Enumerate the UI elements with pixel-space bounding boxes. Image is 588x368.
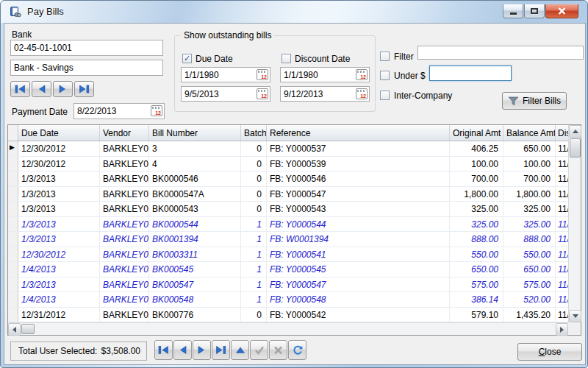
calendar-icon[interactable] (356, 69, 368, 80)
discount-date-checkbox-label[interactable]: Discount Date (295, 54, 350, 64)
calendar-icon[interactable] (356, 88, 368, 99)
grid-row[interactable]: 1/4/2013BARKLEY001BK0005481FB: Y00005483… (8, 292, 581, 308)
row-pointer (8, 202, 18, 216)
previous-bill-button[interactable] (173, 340, 192, 360)
grid-row[interactable]: ▶12/30/2012BARKLEY00130FB: Y0000537406.2… (8, 141, 581, 157)
under-amount-checkbox-label[interactable]: Under $ (394, 71, 426, 81)
grid-row[interactable]: 1/3/2013BARKLEY001BK00013941FB: W0001394… (8, 232, 581, 247)
cell-batch: 1 (241, 277, 267, 292)
grid-row[interactable]: 1/3/2013BARKLEY001BK0000547A0FB: Y000054… (8, 187, 581, 202)
grid-row[interactable]: 1/3/2013BARKLEY001BK00005430FB: Y0000543… (8, 202, 581, 217)
col-discount-date[interactable]: Dis (556, 125, 568, 141)
calendar-icon[interactable] (257, 88, 268, 99)
scroll-right-button[interactable] (556, 323, 568, 336)
filter-input[interactable] (417, 46, 584, 60)
grid-row[interactable]: 1/3/2013BARKLEY001BK00005441FB: Y0000544… (8, 217, 581, 233)
first-record-button[interactable] (10, 81, 30, 97)
cell-discount-date: 11/ (556, 217, 568, 232)
accept-button[interactable] (250, 340, 268, 360)
col-balance-amt[interactable]: Balance Amt (503, 125, 556, 141)
cell-balance-amt: 100.00 (503, 157, 556, 171)
cell-due-date: 12/31/2012 (18, 308, 100, 322)
row-pointer (8, 171, 18, 186)
col-original-amt[interactable]: Original Amt (450, 125, 503, 141)
grid-row[interactable]: 1/3/2013BARKLEY001BK0005471FB: Y00005475… (8, 277, 581, 293)
next-record-button[interactable] (53, 81, 73, 97)
calendar-icon[interactable] (257, 69, 268, 80)
vertical-scroll-thumb[interactable] (570, 138, 581, 158)
grid-row[interactable]: 1/3/2013BARKLEY001BK00005460FB: Y0000546… (8, 171, 581, 187)
due-date-to-input[interactable]: 9/5/2013 (181, 86, 270, 102)
filter-bills-button-label: Filter Bills (523, 96, 561, 106)
cell-batch: 0 (241, 187, 267, 202)
cell-bill-number: BK0000546 (149, 171, 241, 186)
cell-bill-number: BK000545 (149, 262, 241, 277)
last-record-icon (79, 85, 90, 93)
scroll-left-button[interactable] (8, 323, 21, 336)
horizontal-scrollbar[interactable] (8, 322, 568, 335)
horizontal-scroll-thumb[interactable] (21, 324, 35, 334)
calendar-icon[interactable] (151, 105, 162, 116)
cell-due-date: 1/3/2013 (18, 202, 100, 216)
maximize-button[interactable] (524, 4, 545, 18)
previous-record-button[interactable] (32, 81, 51, 97)
last-bill-button[interactable] (212, 340, 230, 360)
cell-discount-date: 11/ (556, 202, 568, 216)
first-record-icon (15, 85, 26, 93)
vertical-scrollbar[interactable] (568, 125, 581, 322)
cell-original-amt: 325.00 (450, 217, 503, 232)
close-window-button[interactable] (545, 4, 578, 18)
col-vendor[interactable]: Vendor (100, 125, 149, 141)
col-selector (8, 125, 18, 141)
cell-due-date: 1/3/2013 (18, 171, 100, 186)
filter-bills-button[interactable]: Filter Bills (502, 92, 567, 110)
inter-company-checkbox[interactable] (380, 91, 390, 100)
scroll-down-button[interactable] (569, 310, 581, 322)
cell-bill-number: BK000547 (149, 277, 241, 292)
grid-row[interactable]: 12/30/2012BARKLEY001BK00033111FB: Y00005… (8, 247, 581, 263)
move-up-button[interactable] (231, 340, 249, 360)
col-reference[interactable]: Reference (267, 125, 450, 141)
outstanding-bills-title: Show outstanding bills (181, 30, 274, 40)
discount-date-checkbox[interactable] (282, 54, 291, 63)
under-amount-checkbox[interactable] (380, 71, 390, 80)
first-bill-button[interactable] (154, 340, 173, 360)
due-date-checkbox[interactable]: ✓ (182, 54, 192, 63)
inter-company-checkbox-label[interactable]: Inter-Company (394, 91, 452, 101)
minimize-button[interactable] (503, 4, 523, 18)
scroll-right-icon (560, 327, 564, 333)
due-date-checkbox-label[interactable]: Due Date (196, 54, 233, 64)
filter-checkbox-label[interactable]: Filter (394, 52, 414, 62)
last-record-button[interactable] (74, 81, 94, 97)
col-bill-number[interactable]: Bill Number (149, 125, 241, 141)
total-value: $3,508.00 (101, 346, 146, 356)
payment-date-input[interactable]: 8/22/2013 (74, 103, 165, 119)
col-batch[interactable]: Batch (241, 125, 267, 141)
cell-reference: FB: Y0000539 (267, 157, 450, 171)
scroll-up-button[interactable] (569, 125, 581, 138)
refresh-button[interactable] (288, 340, 306, 360)
row-pointer: ▶ (8, 141, 18, 156)
title-bar[interactable]: Pay Bills (1, 1, 587, 23)
col-due-date[interactable]: Due Date (18, 125, 100, 141)
cell-vendor: BARKLEY001 (100, 277, 149, 292)
filter-checkbox[interactable] (380, 52, 390, 61)
bank-name-input[interactable]: Bank - Savings (10, 60, 163, 76)
scroll-left-icon (12, 327, 16, 333)
cancel-button[interactable] (269, 340, 287, 360)
cell-discount-date: 11/ (556, 247, 568, 262)
under-amount-input[interactable] (429, 66, 512, 81)
due-date-from-input[interactable]: 1/1/1980 (181, 67, 270, 82)
grid-row[interactable]: 1/4/2013BARKLEY001BK0005451FB: Y00005456… (8, 262, 581, 277)
grid-row[interactable]: 12/31/2012BARKLEY001BK0007760FB: Y000054… (8, 308, 581, 323)
grid-row[interactable]: 12/30/2012BARKLEY00140FB: Y0000539100.00… (8, 157, 581, 172)
close-button[interactable]: Close (517, 343, 582, 361)
next-bill-button[interactable] (193, 340, 211, 360)
payment-date-label: Payment Date (12, 107, 68, 117)
discount-date-to-input[interactable]: 9/12/2013 (280, 86, 370, 102)
cell-balance-amt: 1,800.00 (503, 187, 556, 202)
discount-date-from-input[interactable]: 1/1/1980 (280, 67, 370, 82)
bank-account-input[interactable]: 02-45-01-1001 (10, 40, 163, 56)
discount-date-to-value: 9/12/2013 (284, 89, 323, 99)
first-bill-icon (158, 345, 169, 355)
